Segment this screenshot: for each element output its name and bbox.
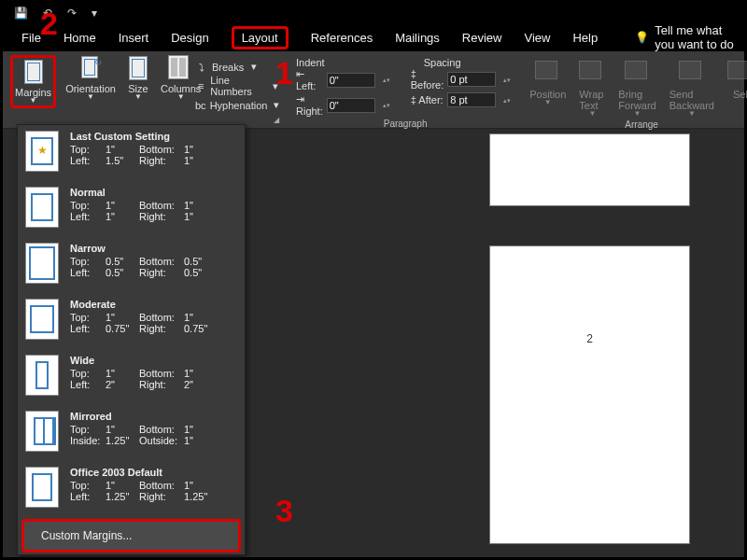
tab-home[interactable]: Home [63, 31, 96, 45]
tab-insert[interactable]: Insert [119, 31, 149, 45]
indent-left-input[interactable] [327, 73, 375, 88]
margin-preset-wide[interactable]: WideTop:1"Bottom:1"Left:2"Right:2" [18, 349, 245, 405]
tab-references[interactable]: References [311, 31, 373, 45]
size-button[interactable]: Size ▼ [125, 55, 151, 101]
arrange-group-label: Arrange [529, 118, 747, 131]
save-icon[interactable]: 💾 [14, 7, 28, 20]
breaks-icon: ⤵ [195, 62, 208, 73]
margin-preset-last[interactable]: Last Custom SettingTop:1"Bottom:1"Left:1… [18, 125, 245, 181]
margins-button[interactable]: Margins ▼ [15, 59, 51, 105]
margin-preset-body: WideTop:1"Bottom:1"Left:2"Right:2" [70, 355, 210, 390]
tab-help[interactable]: Help [572, 31, 598, 45]
spacing-after-label: ‡ After: [411, 94, 444, 105]
spinner-icon[interactable]: ▴▾ [383, 77, 394, 82]
ribbon: Margins ▼ ↻ Orientation ▼ Size ▼ Columns [3, 51, 744, 129]
margin-preset-body: NarrowTop:0.5"Bottom:0.5"Left:0.5"Right:… [70, 243, 210, 278]
margin-preset-icon [25, 355, 59, 396]
annotation-1: 1 [275, 55, 293, 91]
tell-me-label: Tell me what you want to do [655, 23, 744, 51]
margin-preset-name: Narrow [70, 243, 210, 254]
line-numbers-button[interactable]: ≡Line Numbers▾ [195, 75, 281, 97]
quick-access-toolbar: 💾 ↶ ↷ ▾ [3, 3, 744, 23]
redo-icon[interactable]: ↷ [67, 7, 77, 20]
hyphenation-label: Hyphenation [210, 100, 268, 111]
orientation-button[interactable]: ↻ Orientation ▼ [65, 55, 116, 101]
indent-right-label: ⇥ Right: [296, 93, 323, 117]
hyphenation-button[interactable]: bcHyphenation▾ [195, 99, 281, 111]
margin-preset-body: ModerateTop:1"Bottom:1"Left:0.75"Right:0… [70, 299, 210, 334]
margin-preset-body: Last Custom SettingTop:1"Bottom:1"Left:1… [70, 131, 210, 166]
send-backward-button[interactable]: Send Backward▼ [669, 61, 714, 118]
line-numbers-label: Line Numbers [210, 75, 266, 97]
tab-view[interactable]: View [524, 31, 550, 45]
indent-right-input[interactable] [327, 98, 375, 113]
chevron-down-icon: ▼ [87, 92, 94, 101]
spacing-after-input[interactable] [447, 92, 496, 107]
tab-layout[interactable]: Layout [232, 26, 289, 49]
spacing-before-label: ‡ Before: [411, 68, 444, 91]
spacing-before-input[interactable] [447, 72, 496, 87]
spinner-icon[interactable]: ▴▾ [503, 77, 514, 82]
margin-preset-normal[interactable]: NormalTop:1"Bottom:1"Left:1"Right:1" [18, 181, 245, 237]
margin-preset-icon [25, 131, 59, 172]
margin-preset-body: NormalTop:1"Bottom:1"Left:1"Right:1" [70, 187, 210, 222]
indent-heading: Indent [296, 57, 394, 68]
margin-preset-mirrored[interactable]: MirroredTop:1"Bottom:1"Inside:1.25"Outsi… [18, 405, 245, 461]
margin-preset-office[interactable]: Office 2003 DefaultTop:1"Bottom:1"Left:1… [18, 461, 245, 517]
selection-pane-button[interactable]: Sel [727, 61, 747, 100]
tell-me[interactable]: 💡 Tell me what you want to do [635, 23, 744, 51]
sel-label: Sel [733, 89, 747, 100]
tab-mailings[interactable]: Mailings [395, 31, 440, 45]
chevron-down-icon: ▼ [30, 96, 37, 105]
paragraph-group-label: Paragraph [296, 117, 514, 130]
margin-preset-name: Wide [70, 355, 210, 366]
tab-design[interactable]: Design [171, 31, 208, 45]
margin-preset-icon [25, 467, 59, 508]
margin-preset-moderate[interactable]: ModerateTop:1"Bottom:1"Left:0.75"Right:0… [18, 293, 245, 349]
document-area: 2 [255, 133, 735, 550]
position-button[interactable]: Position▼ [529, 61, 566, 106]
bring-forward-button[interactable]: Bring Forward▼ [618, 61, 655, 118]
annotation-3: 3 [275, 493, 293, 529]
lightbulb-icon: 💡 [635, 31, 649, 44]
indent-left-label: ⇤ Left: [296, 68, 323, 91]
ribbon-tabs: File Home Insert Design Layout Reference… [3, 23, 744, 51]
margin-preset-icon [25, 187, 59, 228]
margin-preset-name: Mirrored [70, 411, 210, 422]
margin-preset-name: Last Custom Setting [70, 131, 210, 142]
breaks-button[interactable]: ⤵Breaks▾ [195, 61, 281, 73]
margin-preset-name: Office 2003 Default [70, 467, 210, 478]
page-number: 2 [586, 332, 593, 345]
chevron-down-icon: ▼ [177, 92, 185, 101]
margins-dropdown: Last Custom SettingTop:1"Bottom:1"Left:1… [17, 124, 246, 555]
tab-review[interactable]: Review [462, 31, 502, 45]
page-preview-main[interactable]: 2 [489, 245, 690, 544]
line-numbers-icon: ≡ [195, 80, 206, 91]
chevron-down-icon: ▼ [134, 92, 142, 101]
margin-preset-icon [25, 299, 59, 340]
margin-preset-icon [25, 411, 59, 452]
wrap-text-button[interactable]: Wrap Text▼ [579, 61, 605, 118]
margin-preset-icon [25, 243, 59, 284]
margin-preset-name: Normal [70, 187, 210, 198]
margin-preset-body: MirroredTop:1"Bottom:1"Inside:1.25"Outsi… [70, 411, 210, 446]
qat-more-icon[interactable]: ▾ [92, 7, 97, 20]
page-preview-top[interactable] [489, 133, 690, 206]
wrap-label: Wrap Text [579, 89, 605, 111]
dialog-launcher-icon[interactable]: ◢ [274, 116, 279, 124]
spinner-icon[interactable]: ▴▾ [503, 98, 514, 103]
hyphenation-icon: bc [195, 100, 206, 111]
forward-label: Bring Forward [618, 89, 655, 111]
annotation-2: 2 [40, 6, 58, 42]
backward-label: Send Backward [669, 89, 714, 111]
spacing-heading: Spacing [411, 57, 514, 68]
spinner-icon[interactable]: ▴▾ [383, 103, 394, 107]
custom-margins-button[interactable]: Custom Margins... [21, 519, 241, 553]
margin-preset-narrow[interactable]: NarrowTop:0.5"Bottom:0.5"Left:0.5"Right:… [18, 237, 245, 293]
breaks-label: Breaks [212, 62, 244, 73]
tab-file[interactable]: File [21, 31, 41, 45]
margin-preset-body: Office 2003 DefaultTop:1"Bottom:1"Left:1… [70, 467, 210, 502]
margin-preset-name: Moderate [70, 299, 210, 310]
